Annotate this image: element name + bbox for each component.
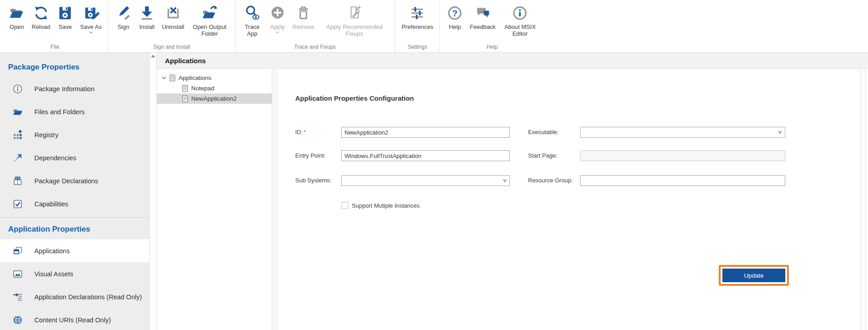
sidebar-item-visual-assets[interactable]: Visual Assets (0, 262, 149, 285)
save-button[interactable]: Save (54, 3, 76, 31)
sidebar-scrollbar[interactable] (149, 53, 157, 330)
reload-icon (33, 4, 50, 23)
feedback-label: Feedback (470, 23, 495, 30)
open-output-folder-button[interactable]: Open Output Folder (188, 3, 231, 38)
trace-app-button[interactable]: Trace App (239, 3, 265, 38)
executable-combobox[interactable] (580, 127, 785, 138)
sign-pencil-icon (115, 4, 132, 23)
sidebar-item-registry[interactable]: Registry (0, 123, 149, 146)
registry-grid-icon (13, 130, 23, 140)
save-as-button[interactable]: Save As (77, 3, 104, 35)
sidebar-item-dependencies[interactable]: Dependencies (0, 146, 149, 169)
ribbon-toolbar: Open Reload Save Save As (0, 0, 868, 53)
sidebar-item-label: Capabilities (34, 200, 68, 208)
support-multiple-instances-row[interactable]: Support Mutiple Instances (341, 202, 420, 209)
folder-icon (13, 107, 23, 117)
entry-point-label: Entry Point: (295, 150, 326, 161)
sidebar-divider (0, 217, 149, 218)
sub-systems-combobox[interactable] (341, 175, 510, 186)
chevron-down-icon (275, 31, 279, 34)
chevron-down-icon (89, 31, 93, 34)
form-title: Application Properties Configuration (295, 94, 414, 102)
tree-row-newapplication2[interactable]: NewApplication2 (157, 93, 272, 104)
sub-systems-label: Sub Systems: (295, 175, 331, 186)
document-icon (182, 85, 188, 92)
declarations-list-icon (13, 292, 23, 302)
sidebar-section-package-properties: Package Properties (0, 57, 149, 77)
sign-button[interactable]: Sign (112, 3, 135, 31)
sidebar-item-files-and-folders[interactable]: Files and Folders (0, 100, 149, 123)
update-button[interactable]: Update (722, 269, 785, 282)
ribbon-group-file: Open Reload Save Save As (2, 0, 108, 52)
sidebar-item-label: Registry (34, 131, 58, 139)
save-icon (57, 4, 74, 23)
install-button[interactable]: Install (136, 3, 158, 31)
sidebar-item-content-uris[interactable]: Content URIs (Read Only) (0, 308, 149, 330)
tree-row-applications[interactable]: Applications (157, 73, 272, 83)
remove-trash-icon (295, 4, 312, 23)
trace-app-label: Trace App (242, 23, 263, 37)
trace-app-icon (244, 4, 261, 23)
save-as-label: Save As (80, 23, 102, 30)
details-vertical-scrollbar[interactable] (860, 69, 866, 330)
preferences-label: Preferences (401, 23, 433, 30)
install-label: Install (139, 23, 155, 30)
required-asterisk: * (304, 129, 306, 135)
tree-node-label: Applications (179, 74, 212, 81)
sidebar-item-capabilities[interactable]: Capabilities (0, 192, 149, 215)
install-arrow-icon (138, 4, 156, 23)
help-label: Help (449, 23, 461, 30)
dependencies-arrow-icon (13, 153, 23, 163)
feedback-button[interactable]: Feedback (467, 3, 498, 31)
sidebar-item-package-information[interactable]: Package Information (0, 77, 149, 100)
sidebar-item-label: Package Declarations (34, 177, 98, 185)
panel-splitter[interactable] (272, 69, 278, 330)
globe-icon (13, 315, 23, 325)
tree-row-notepad[interactable]: Notepad (157, 83, 272, 93)
ribbon-group-label-help: Help (443, 43, 541, 52)
preferences-sliders-icon (409, 4, 426, 23)
start-page-label: Start Page: (528, 150, 557, 161)
open-button[interactable]: Open (5, 3, 28, 31)
navigation-sidebar: Package Properties Package Information F… (0, 53, 149, 330)
open-folder-icon (8, 4, 25, 23)
ribbon-group-label-sign-and-install: Sign and Install (112, 43, 231, 52)
remove-button: Remove (290, 3, 317, 31)
uninstall-button[interactable]: Uninstall (159, 3, 187, 31)
ribbon-group-label-trace-and-fixups: Trace and Fixups (239, 43, 391, 52)
apply-button: Apply (266, 3, 289, 35)
support-multiple-instances-checkbox[interactable] (341, 202, 349, 209)
save-label: Save (58, 23, 72, 30)
sidebar-item-application-declarations[interactable]: Application Declarations (Read Only) (0, 285, 149, 308)
document-icon (170, 74, 175, 82)
sidebar-item-label: Files and Folders (34, 108, 85, 116)
sidebar-item-label: Dependencies (34, 154, 76, 162)
about-msix-editor-button[interactable]: About MSIX Editor (499, 3, 541, 38)
ribbon-group-label-settings: Settings (399, 43, 436, 52)
id-input[interactable] (341, 127, 510, 138)
ribbon-group-trace-and-fixups: Trace App Apply Remove (235, 0, 395, 52)
dropdown-arrow-icon[interactable] (778, 131, 782, 134)
sidebar-item-label: Visual Assets (34, 270, 73, 278)
app-windows-icon (13, 246, 23, 256)
reload-button[interactable]: Reload (29, 3, 53, 31)
help-button[interactable]: ? Help (443, 3, 466, 31)
sidebar-item-applications[interactable]: Applications (0, 239, 149, 262)
preferences-button[interactable]: Preferences (399, 3, 436, 31)
entry-point-input[interactable] (341, 150, 510, 161)
image-icon (13, 269, 23, 279)
id-label: ID:* (295, 127, 306, 138)
sidebar-item-package-declarations[interactable]: Package Declarations (0, 169, 149, 192)
resource-group-input[interactable] (580, 175, 785, 186)
support-multiple-instances-label: Support Mutiple Instances (352, 202, 420, 209)
sidebar-section-application-properties: Application Properties (0, 219, 149, 239)
apply-label: Apply (270, 23, 285, 30)
feedback-bubbles-icon (474, 4, 491, 23)
recommended-fixups-icon (346, 4, 363, 23)
ribbon-group-sign-and-install: Sign Install Uninstall Open Output Folde… (108, 0, 235, 52)
info-circle-icon (13, 84, 23, 94)
dropdown-arrow-icon[interactable] (503, 180, 507, 182)
scroll-up-arrow-icon[interactable] (150, 55, 156, 57)
chevron-down-icon[interactable] (161, 76, 166, 80)
about-msix-editor-label: About MSIX Editor (502, 23, 538, 37)
